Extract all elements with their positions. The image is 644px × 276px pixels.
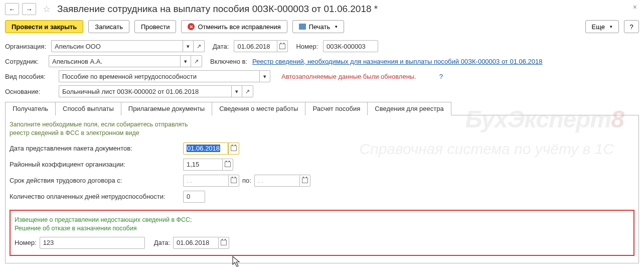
organization-input[interactable]: Апельсин ООО: [51, 40, 183, 52]
dropdown-icon[interactable]: ▾: [231, 85, 242, 97]
dropdown-icon: ▾: [335, 24, 338, 29]
help-button[interactable]: ?: [624, 20, 639, 33]
more-button[interactable]: Еще ▾: [585, 20, 619, 33]
fss-notice-line2: Решение об отказе в назначении пособия: [15, 224, 629, 233]
calendar-icon[interactable]: [299, 175, 310, 187]
district-coef-label: Районный коэффициент организации:: [10, 161, 180, 168]
dropdown-icon[interactable]: ▾: [180, 55, 191, 67]
fss-notice-box: Извещение о представлении недостающих св…: [10, 210, 634, 256]
cancel-corrections-button[interactable]: × Отменить все исправления: [181, 20, 287, 33]
help-icon[interactable]: ?: [439, 73, 443, 80]
employee-label: Сотрудник:: [5, 58, 44, 65]
post-button[interactable]: Провести: [134, 20, 177, 33]
paid-days-input[interactable]: 0: [183, 191, 205, 203]
calendar-icon[interactable]: [228, 143, 239, 155]
print-button[interactable]: Печать ▾: [292, 20, 345, 33]
favorite-star-icon[interactable]: ☆: [41, 4, 52, 15]
employee-input[interactable]: Апельсинов А.А.: [49, 55, 180, 67]
nav-back-button[interactable]: ←: [5, 3, 19, 15]
calendar-icon[interactable]: [228, 175, 239, 187]
date-input[interactable]: 01.06.2018: [234, 40, 277, 52]
included-in-link[interactable]: Реестр сведений, необходимых для назначе…: [252, 58, 542, 65]
open-icon[interactable]: ↗: [194, 40, 205, 52]
contract-to-input[interactable]: . .: [254, 175, 299, 187]
open-icon[interactable]: ↗: [242, 85, 253, 97]
calendar-icon[interactable]: [218, 237, 229, 249]
cancel-icon: ×: [188, 23, 195, 30]
calc-icon[interactable]: [222, 159, 233, 171]
paid-days-label: Количество оплаченных дней нетрудоспособ…: [10, 193, 180, 200]
district-coef-input[interactable]: 1,15: [183, 159, 222, 171]
submission-date-input[interactable]: 01.06.2018: [183, 143, 228, 155]
notice-date-label: Дата:: [154, 239, 170, 246]
open-icon[interactable]: ↗: [191, 55, 202, 67]
autofill-message: Автозаполняемые данные были обновлены.: [281, 73, 416, 80]
print-icon: [299, 24, 306, 30]
number-label: Номер:: [296, 43, 318, 50]
notice-number-label: Номер:: [15, 239, 37, 246]
nav-forward-button[interactable]: →: [22, 3, 36, 15]
dropdown-icon[interactable]: ▾: [183, 40, 194, 52]
contract-from-input[interactable]: . .: [183, 175, 228, 187]
notice-number-input[interactable]: 123: [40, 237, 145, 249]
dropdown-icon: ▾: [610, 24, 612, 29]
contract-period-label: Срок действия трудового договора с:: [10, 177, 180, 184]
benefit-type-input[interactable]: Пособие по временной нетрудоспособности: [59, 70, 259, 82]
submission-date-value: 01.06.2018: [187, 145, 220, 152]
notice-date-input[interactable]: 01.06.2018: [173, 237, 218, 249]
page-title: Заявление сотрудника на выплату пособия …: [57, 4, 378, 15]
tab-registry-info[interactable]: Сведения для реестра: [367, 102, 451, 115]
print-label: Печать: [309, 23, 331, 31]
dropdown-icon[interactable]: ▾: [259, 70, 270, 82]
fss-notice-line1: Извещение о представлении недостающих св…: [15, 216, 629, 224]
submission-date-label: Дата представления пакета документов:: [10, 145, 180, 152]
tab-attached-docs[interactable]: Прилагаемые документы: [121, 102, 212, 115]
date-label: Дата:: [213, 43, 229, 50]
close-icon[interactable]: ×: [633, 3, 637, 11]
save-button[interactable]: Записать: [88, 20, 129, 33]
tab-payment-method[interactable]: Способ выплаты: [55, 102, 121, 115]
tab-workplace-info[interactable]: Сведения о месте работы: [212, 102, 305, 115]
registry-hint: Заполните необходимые поля, если собирае…: [10, 120, 634, 137]
basis-label: Основание:: [5, 88, 54, 95]
post-and-close-button[interactable]: Провести и закрыть: [5, 20, 83, 33]
included-in-label: Включено в:: [210, 58, 247, 65]
tab-benefit-calc[interactable]: Расчет пособия: [305, 102, 368, 115]
organization-label: Организация:: [5, 43, 46, 50]
registry-hint-line2: реестр сведений в ФСС в электронном виде: [10, 129, 634, 137]
more-label: Еще: [592, 23, 605, 31]
registry-hint-line1: Заполните необходимые поля, если собирае…: [10, 120, 634, 129]
fss-notice-title: Извещение о представлении недостающих св…: [15, 216, 629, 233]
benefit-type-label: Вид пособия:: [5, 73, 54, 80]
number-input[interactable]: 00ЗК-000003: [323, 40, 378, 52]
basis-input[interactable]: Больничный лист 00ЗК-000002 от 01.06.201…: [59, 85, 231, 97]
calendar-icon[interactable]: [277, 40, 288, 52]
contract-to-label: по:: [242, 177, 251, 184]
cancel-corrections-label: Отменить все исправления: [198, 23, 280, 31]
tab-recipient[interactable]: Получатель: [5, 102, 56, 115]
